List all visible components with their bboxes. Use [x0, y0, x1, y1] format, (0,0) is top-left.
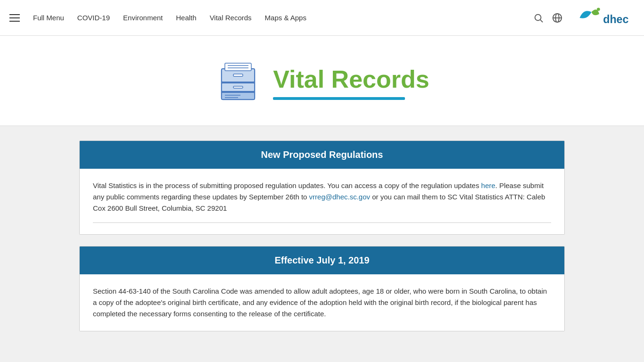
hero-underline — [273, 97, 405, 100]
body-prefix: Vital Statistics is in the process of su… — [93, 181, 481, 189]
dhec-logo-svg: dhec — [572, 4, 635, 32]
main-nav: Full Menu COVID-19 Environment Health Vi… — [0, 0, 644, 36]
main-content: New Proposed Regulations Vital Statistic… — [0, 126, 644, 362]
card-divider — [93, 222, 551, 223]
dhec-logo[interactable]: dhec — [572, 4, 635, 32]
hero-section: Vital Records — [0, 36, 644, 126]
card-body-text-effective: Section 44-63-140 of the South Carolina … — [93, 286, 551, 320]
svg-rect-15 — [233, 86, 243, 88]
card-title-effective: Effective July 1, 2019 — [274, 255, 369, 265]
nav-covid19[interactable]: COVID-19 — [77, 14, 110, 22]
search-icon[interactable] — [533, 13, 544, 23]
svg-point-5 — [597, 8, 600, 11]
hamburger-menu[interactable] — [9, 14, 20, 22]
nav-vital-records[interactable]: Vital Records — [210, 14, 252, 22]
hero-text: Vital Records — [273, 66, 429, 99]
card-title-regulations: New Proposed Regulations — [261, 149, 383, 160]
email-link[interactable]: vrreg@dhec.sc.gov — [309, 193, 370, 201]
nav-icons — [533, 13, 562, 23]
nav-maps-apps[interactable]: Maps & Apps — [265, 14, 306, 22]
nav-left: Full Menu COVID-19 Environment Health Vi… — [9, 14, 533, 22]
card-body-regulations: Vital Statistics is in the process of su… — [80, 169, 564, 234]
card-header-effective: Effective July 1, 2019 — [80, 247, 564, 274]
svg-rect-10 — [222, 92, 255, 99]
card-new-proposed-regulations: New Proposed Regulations Vital Statistic… — [79, 140, 565, 235]
svg-rect-14 — [233, 74, 243, 76]
card-body-text-regulations: Vital Statistics is in the process of su… — [93, 180, 551, 214]
svg-point-0 — [535, 14, 541, 20]
card-header-regulations: New Proposed Regulations — [80, 141, 564, 169]
filing-cabinet-icon — [215, 59, 262, 107]
nav-full-menu[interactable]: Full Menu — [33, 14, 64, 22]
card-body-effective: Section 44-63-140 of the South Carolina … — [80, 274, 564, 331]
svg-rect-11 — [225, 63, 251, 71]
nav-environment[interactable]: Environment — [123, 14, 163, 22]
globe-icon[interactable] — [552, 13, 562, 23]
svg-text:dhec: dhec — [603, 13, 629, 25]
svg-line-1 — [541, 20, 543, 22]
page-title: Vital Records — [273, 66, 429, 93]
nav-health[interactable]: Health — [176, 14, 196, 22]
card-effective-july: Effective July 1, 2019 Section 44-63-140… — [79, 246, 565, 331]
here-link[interactable]: here — [481, 181, 495, 189]
